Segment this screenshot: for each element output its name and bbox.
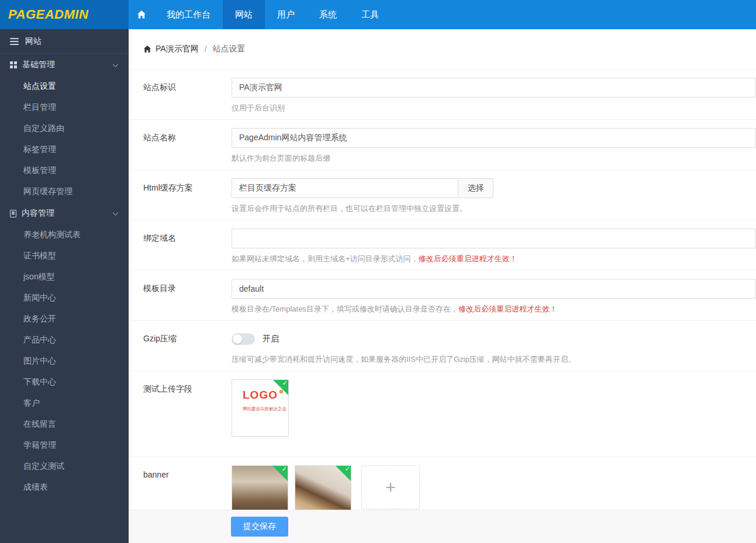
menu-icon <box>10 36 19 47</box>
check-badge-icon <box>272 466 288 481</box>
home-icon <box>143 45 151 53</box>
toggle-label: 开启 <box>263 334 279 344</box>
field-label: 站点名称 <box>143 128 232 164</box>
top-nav-item[interactable]: 用户 <box>265 0 307 29</box>
html-cache-input-group: 选择 <box>232 178 493 198</box>
form-row-site-name: 站点名称 默认作为前台页面的标题后缀 <box>129 119 756 170</box>
field-help: 压缩可减少带宽消耗和提升访问速度，如果服务器的IIS中已开启了Gzip压缩，网站… <box>232 354 756 365</box>
main-content: PA演示官网 / 站点设置 站点标识 仅用于后台识别 站点名称 默认作为前台页面… <box>129 29 756 543</box>
sidebar-items: 养老机构测试表 证书模型 json模型 新闻中心 政务公开 产品中心 图片中心 … <box>0 224 129 498</box>
form-row-html-cache: Html缓存方案 选择 设置后会作用于站点的所有栏目，也可以在栏目管理中独立设置… <box>129 170 756 220</box>
sidebar-item[interactable]: 成绩表 <box>0 477 129 498</box>
sidebar-group-header[interactable]: 内容管理 <box>0 202 129 224</box>
sidebar-group-content: 内容管理 养老机构测试表 证书模型 json模型 新闻中心 政务公开 产品中心 … <box>0 202 129 498</box>
document-icon <box>10 210 16 217</box>
sidebar-item[interactable]: 站点设置 <box>0 76 129 97</box>
field-help: 仅用于后台识别 <box>232 103 756 113</box>
sidebar-item[interactable]: json模型 <box>0 267 129 288</box>
sidebar-header[interactable]: 网站 <box>0 29 129 54</box>
breadcrumb: PA演示官网 / 站点设置 <box>129 29 756 69</box>
field-label: 测试上传字段 <box>143 379 232 437</box>
breadcrumb-current: 站点设置 <box>213 44 246 54</box>
gzip-toggle[interactable] <box>232 333 255 345</box>
sidebar-item[interactable]: 图片中心 <box>0 351 129 372</box>
field-label: Html缓存方案 <box>143 178 232 214</box>
field-help: 模板目录在/Templates目录下，填写或修改时请确认目录是否存在，修改后必须… <box>232 304 756 314</box>
sidebar-group-basic: 基础管理 站点设置 栏目管理 自定义路由 标签管理 模板管理 网页缓存管理 <box>0 54 129 202</box>
sidebar-item[interactable]: 模板管理 <box>0 160 129 181</box>
restart-warning: 修改后必须重启进程才生效！ <box>419 254 517 263</box>
form-row-gzip: Gzip压缩 开启 压缩可减少带宽消耗和提升访问速度，如果服务器的IIS中已开启… <box>129 320 756 371</box>
sidebar-group-header[interactable]: 基础管理 <box>0 54 129 76</box>
top-nav-item[interactable]: 工具 <box>349 0 391 29</box>
logo-image-subtitle: 网站建设高效解决之道 <box>243 406 278 413</box>
template-dir-input[interactable] <box>232 279 756 299</box>
sidebar-item[interactable]: 证书模型 <box>0 245 129 267</box>
brand-logo[interactable]: PAGEADMIN <box>0 0 129 29</box>
site-name-input[interactable] <box>232 128 756 148</box>
breadcrumb-root[interactable]: PA演示官网 <box>156 44 199 54</box>
restart-warning: 修改后必须重启进程才生效！ <box>458 305 557 313</box>
sidebar: 网站 基础管理 站点设置 栏目管理 自定义路由 标签管理 模板管理 网页缓存管理 <box>0 29 129 543</box>
home-icon <box>137 10 146 19</box>
form-row-upload-test: 测试上传字段 LOGO 网站建设高效解决之道 <box>129 371 756 456</box>
form-row-site-id: 站点标识 仅用于后台识别 <box>129 69 756 119</box>
sidebar-item[interactable]: 自定义测试 <box>0 456 129 477</box>
sidebar-item[interactable]: 标签管理 <box>0 139 129 160</box>
sidebar-items: 站点设置 栏目管理 自定义路由 标签管理 模板管理 网页缓存管理 <box>0 76 129 202</box>
sidebar-item[interactable]: 养老机构测试表 <box>0 224 129 245</box>
sidebar-group-label: 内容管理 <box>22 208 54 219</box>
submit-button[interactable]: 提交保存 <box>231 517 288 537</box>
uploaded-logo-image[interactable]: LOGO 网站建设高效解决之道 <box>232 379 289 437</box>
sidebar-group-label: 基础管理 <box>22 60 55 70</box>
top-nav: 我的工作台 网站 用户 系统 工具 <box>129 0 391 29</box>
sidebar-item[interactable]: 新闻中心 <box>0 288 129 309</box>
breadcrumb-separator: / <box>205 44 207 54</box>
logo-image-title: LOGO <box>243 389 278 402</box>
home-icon[interactable] <box>129 0 154 29</box>
check-badge-icon <box>273 380 288 395</box>
html-cache-input[interactable] <box>232 178 458 198</box>
sidebar-item[interactable]: 在线留言 <box>0 414 129 435</box>
sidebar-item[interactable]: 产品中心 <box>0 330 129 351</box>
grid-icon <box>10 61 17 68</box>
select-cache-button[interactable]: 选择 <box>458 178 493 198</box>
sidebar-item[interactable]: 网页缓存管理 <box>0 181 129 202</box>
site-settings-form: 站点标识 仅用于后台识别 站点名称 默认作为前台页面的标题后缀 Html缓存方案… <box>129 69 756 528</box>
add-image-button[interactable]: + <box>361 465 420 509</box>
sidebar-title: 网站 <box>25 36 42 47</box>
top-nav-item[interactable]: 网站 <box>223 0 265 29</box>
chevron-down-icon <box>113 210 119 216</box>
site-id-input[interactable] <box>232 78 756 98</box>
sidebar-item[interactable]: 栏目管理 <box>0 97 129 118</box>
field-label: 模板目录 <box>143 279 232 314</box>
sidebar-item[interactable]: 下载中心 <box>0 372 129 393</box>
field-help: 设置后会作用于站点的所有栏目，也可以在栏目管理中独立设置设置。 <box>232 203 756 214</box>
field-help: 默认作为前台页面的标题后缀 <box>232 153 756 164</box>
domain-input[interactable] <box>232 229 756 248</box>
field-label: Gzip压缩 <box>143 329 232 365</box>
sidebar-item[interactable]: 客户 <box>0 393 129 414</box>
form-footer: 提交保存 <box>129 510 756 543</box>
field-label: 绑定域名 <box>143 229 232 264</box>
sidebar-item[interactable]: 学籍管理 <box>0 435 129 456</box>
top-navbar: PAGEADMIN 我的工作台 网站 用户 系统 工具 <box>0 0 756 29</box>
form-row-template-dir: 模板目录 模板目录在/Templates目录下，填写或修改时请确认目录是否存在，… <box>129 270 756 320</box>
field-label: 站点标识 <box>143 78 232 113</box>
check-badge-icon <box>336 466 351 481</box>
toggle-knob <box>233 334 242 344</box>
field-help: 如果网站未绑定域名，则用主域名+访问目录形式访问，修改后必须重启进程才生效！ <box>232 254 756 264</box>
sidebar-item[interactable]: 自定义路由 <box>0 118 129 139</box>
top-nav-item[interactable]: 系统 <box>307 0 349 29</box>
chevron-down-icon <box>113 61 119 67</box>
form-row-domain: 绑定域名 如果网站未绑定域名，则用主域名+访问目录形式访问，修改后必须重启进程才… <box>129 220 756 270</box>
top-nav-item[interactable]: 我的工作台 <box>154 0 223 29</box>
sidebar-item[interactable]: 政务公开 <box>0 309 129 330</box>
